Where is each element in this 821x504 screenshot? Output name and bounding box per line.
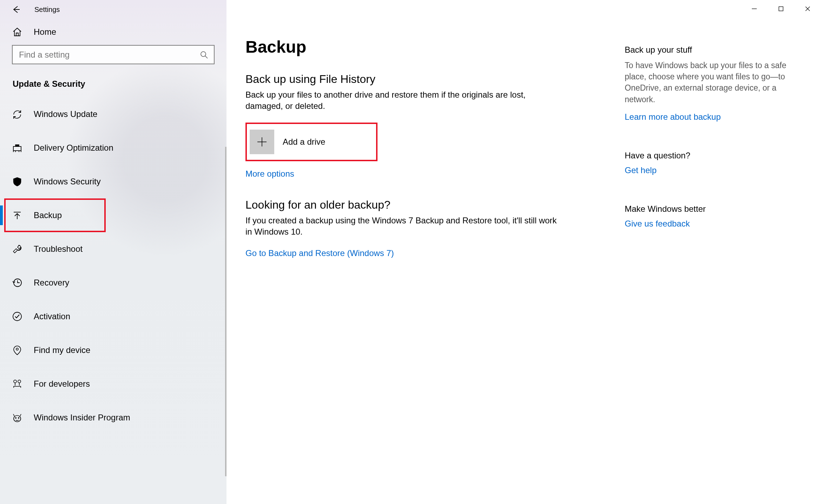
maximize-button[interactable] [768, 0, 794, 18]
sidebar-item-for-developers[interactable]: For developers [0, 367, 226, 401]
aside-feedback-title: Make Windows better [625, 204, 806, 214]
file-history-desc: Back up your files to another drive and … [245, 89, 561, 112]
delivery-icon [12, 143, 34, 153]
sidebar-item-recovery[interactable]: Recovery [0, 266, 226, 300]
sidebar-item-label: Troubleshoot [34, 244, 83, 254]
aside-stuff-desc: To have Windows back up your files to a … [625, 60, 806, 105]
more-options-link[interactable]: More options [245, 169, 294, 179]
learn-more-backup-link[interactable]: Learn more about backup [625, 112, 721, 122]
history-icon [12, 277, 34, 288]
sidebar-item-label: Backup [34, 210, 62, 220]
sidebar-item-windows-insider[interactable]: Windows Insider Program [0, 401, 226, 434]
maximize-icon [779, 6, 783, 11]
svg-point-9 [13, 312, 21, 321]
page-title: Backup [245, 37, 561, 57]
svg-point-4 [201, 52, 206, 57]
give-feedback-link[interactable]: Give us feedback [625, 219, 690, 229]
sidebar-item-activation[interactable]: Activation [0, 300, 226, 333]
wrench-icon [12, 244, 34, 254]
aside-question-title: Have a question? [625, 151, 806, 161]
sidebar-item-windows-security[interactable]: Windows Security [0, 165, 226, 198]
sidebar-item-find-my-device[interactable]: Find my device [0, 333, 226, 367]
sync-icon [12, 109, 34, 119]
sidebar-item-troubleshoot[interactable]: Troubleshoot [0, 232, 226, 266]
close-button[interactable] [794, 0, 821, 18]
svg-line-5 [205, 56, 208, 58]
sidebar-item-label: Find my device [34, 345, 90, 355]
minimize-button[interactable] [741, 0, 768, 18]
close-icon [805, 6, 810, 12]
sidebar-group-title: Update & Security [0, 64, 226, 97]
search-input[interactable] [12, 45, 215, 64]
sidebar-home[interactable]: Home [0, 19, 226, 45]
location-icon [12, 345, 34, 355]
sidebar-item-label: For developers [34, 379, 90, 389]
shield-icon [12, 176, 34, 187]
plus-icon [256, 136, 268, 148]
aside-stuff-title: Back up your stuff [625, 45, 806, 55]
backup-icon [12, 210, 34, 221]
sidebar-item-label: Activation [34, 312, 70, 321]
minimize-icon [751, 6, 757, 12]
sidebar-item-backup[interactable]: Backup [0, 198, 226, 232]
sidebar-scrollbar[interactable] [225, 147, 226, 476]
sidebar-home-label: Home [34, 27, 56, 37]
sidebar-item-label: Windows Update [34, 109, 97, 119]
older-backup-desc: If you created a backup using the Window… [245, 215, 561, 238]
home-icon [12, 27, 34, 37]
svg-rect-1 [779, 7, 783, 11]
svg-point-15 [18, 417, 19, 419]
svg-point-11 [14, 380, 17, 383]
back-arrow-icon [11, 5, 20, 14]
svg-point-14 [15, 417, 17, 419]
sidebar-item-label: Windows Security [34, 177, 101, 186]
check-circle-icon [12, 311, 34, 322]
back-button[interactable] [10, 4, 22, 15]
svg-point-10 [16, 348, 18, 350]
sidebar-item-windows-update[interactable]: Windows Update [0, 97, 226, 131]
add-drive-label: Add a drive [283, 137, 325, 147]
window-title: Settings [34, 6, 60, 14]
get-help-link[interactable]: Get help [625, 165, 657, 175]
svg-rect-6 [13, 146, 21, 151]
add-drive-button[interactable] [250, 130, 274, 154]
sidebar-item-label: Delivery Optimization [34, 143, 113, 153]
older-backup-title: Looking for an older backup? [245, 198, 561, 211]
insider-icon [12, 412, 34, 423]
svg-point-12 [18, 380, 21, 383]
add-drive-highlight: Add a drive [245, 123, 377, 161]
file-history-title: Back up using File History [245, 73, 561, 86]
sidebar-item-label: Recovery [34, 278, 69, 288]
sidebar-item-label: Windows Insider Program [34, 413, 130, 423]
sidebar-item-delivery-optimization[interactable]: Delivery Optimization [0, 131, 226, 165]
goto-backup-restore-link[interactable]: Go to Backup and Restore (Windows 7) [245, 248, 394, 258]
developers-icon [12, 379, 34, 389]
search-icon [200, 51, 208, 59]
